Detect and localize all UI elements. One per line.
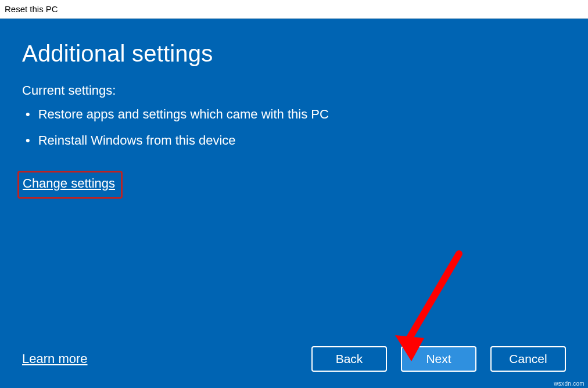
- dialog-panel: Additional settings Current settings: Re…: [0, 19, 588, 388]
- page-heading: Additional settings: [22, 41, 566, 67]
- titlebar: Reset this PC: [0, 0, 588, 19]
- highlight-box: Change settings: [17, 171, 123, 199]
- next-button[interactable]: Next: [401, 346, 476, 372]
- watermark: wsxdn.com: [554, 380, 585, 387]
- list-item-text: Restore apps and settings which came wit…: [38, 106, 329, 123]
- button-row: Back Next Cancel: [311, 346, 566, 372]
- window-title: Reset this PC: [5, 4, 58, 14]
- back-button[interactable]: Back: [311, 346, 387, 372]
- list-item: Reinstall Windows from this device: [24, 132, 566, 149]
- change-settings-link[interactable]: Change settings: [23, 176, 115, 191]
- list-item: Restore apps and settings which came wit…: [24, 106, 566, 123]
- current-settings-label: Current settings:: [22, 83, 566, 98]
- cancel-button[interactable]: Cancel: [490, 346, 566, 372]
- dialog-footer: Learn more Back Next Cancel: [22, 346, 566, 372]
- settings-list: Restore apps and settings which came wit…: [24, 106, 566, 158]
- list-item-text: Reinstall Windows from this device: [38, 132, 236, 149]
- learn-more-link[interactable]: Learn more: [22, 351, 88, 367]
